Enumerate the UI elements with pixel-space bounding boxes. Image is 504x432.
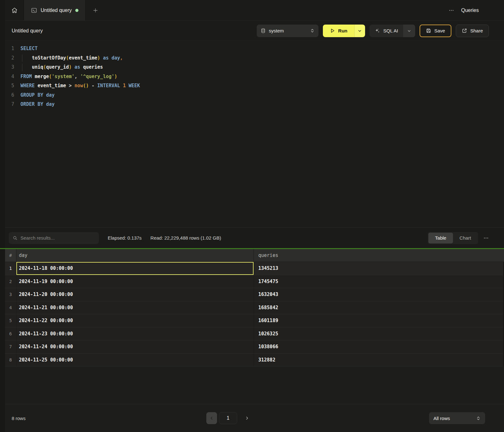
chevron-right-icon: [245, 416, 249, 420]
queries-cell[interactable]: 1026325: [254, 327, 504, 340]
column-header-index[interactable]: #: [5, 249, 16, 262]
sql-console: Untitled query Queries Untitled query: [5, 0, 504, 432]
console-icon: [31, 7, 37, 14]
queries-cell[interactable]: 1038066: [254, 340, 504, 353]
indent-guide: [22, 54, 22, 62]
tab-untitled-query[interactable]: Untitled query: [24, 0, 86, 20]
elapsed-stat: Elapsed: 0.137s: [108, 235, 142, 241]
save-button-label: Save: [434, 28, 445, 33]
search-results-box[interactable]: [9, 232, 99, 244]
run-options-caret[interactable]: [354, 25, 365, 37]
sql-editor[interactable]: 1SELECT2 toStartOfDay(event_time) as day…: [5, 41, 504, 227]
editor-line[interactable]: 2 toStartOfDay(event_time) as day,: [5, 54, 504, 63]
queries-cell[interactable]: 1685842: [254, 301, 504, 314]
day-cell[interactable]: 2024-11-23 00:00:00: [16, 327, 254, 340]
row-number[interactable]: 1: [5, 262, 16, 275]
row-number[interactable]: 7: [5, 340, 16, 353]
code-text: GROUP BY day: [20, 91, 54, 100]
read-stat: Read: 22,229,488 rows (1.02 GB): [151, 235, 221, 241]
editor-line[interactable]: 5WHERE event_time > now() - INTERVAL 1 W…: [5, 81, 504, 91]
day-cell[interactable]: 2024-11-18 00:00:00: [16, 262, 254, 275]
queries-cell[interactable]: 1601189: [254, 314, 504, 327]
query-toolbar: Untitled query system Run: [5, 21, 504, 41]
table-row[interactable]: 72024-11-24 00:00:001038066: [5, 340, 504, 354]
current-page-button[interactable]: 1: [219, 412, 237, 424]
run-button[interactable]: Run: [323, 25, 354, 37]
left-edge-strip: [0, 0, 5, 432]
code-text: uniq(query_id) as queries: [20, 63, 103, 72]
queries-cell[interactable]: 1632043: [254, 288, 504, 301]
code-text: WHERE event_time > now() - INTERVAL 1 WE…: [20, 81, 140, 91]
row-number[interactable]: 3: [5, 288, 16, 301]
line-number: 6: [5, 91, 14, 100]
unsaved-indicator-dot: [75, 9, 78, 12]
share-button-label: Share: [470, 28, 483, 33]
save-button[interactable]: Save: [420, 25, 451, 37]
run-button-label: Run: [338, 28, 347, 33]
table-view-tab[interactable]: Table: [428, 233, 453, 243]
pagination: 1: [206, 404, 252, 432]
table-row[interactable]: 32024-11-20 00:00:001632043: [5, 288, 504, 301]
row-number[interactable]: 5: [5, 314, 16, 327]
chevron-down-icon: [407, 29, 411, 33]
line-number: 3: [5, 63, 14, 72]
row-number[interactable]: 4: [5, 301, 16, 314]
chevron-down-icon: [358, 29, 362, 33]
results-table-header: # day queries: [5, 249, 504, 262]
run-button-group: Run: [323, 25, 365, 37]
editor-line[interactable]: 4FROM merge('system', '^query_log'): [5, 72, 504, 82]
chevron-left-icon: [209, 416, 214, 420]
share-button[interactable]: Share: [456, 25, 489, 37]
day-cell[interactable]: 2024-11-21 00:00:00: [16, 301, 254, 314]
code-text: ORDER BY day: [20, 100, 54, 109]
day-cell[interactable]: 2024-11-20 00:00:00: [16, 288, 254, 301]
column-header-queries[interactable]: queries: [254, 249, 504, 262]
editor-line[interactable]: 1SELECT: [5, 44, 504, 54]
sparkles-icon: [375, 28, 380, 34]
next-page-button[interactable]: [242, 412, 252, 424]
rows-per-page-value: All rows: [433, 416, 450, 421]
new-tab-button[interactable]: [86, 0, 105, 20]
table-row[interactable]: 82024-11-25 00:00:00312882: [5, 354, 504, 367]
sql-ai-button[interactable]: SQL AI: [369, 25, 403, 37]
day-cell[interactable]: 2024-11-22 00:00:00: [16, 314, 254, 327]
table-row[interactable]: 22024-11-19 00:00:001745475: [5, 275, 504, 288]
chart-view-tab[interactable]: Chart: [453, 233, 478, 243]
view-toggle-area: Table Chart: [428, 232, 489, 244]
row-number[interactable]: 2: [5, 275, 16, 288]
editor-line[interactable]: 3 uniq(query_id) as queries: [5, 63, 504, 72]
queries-cell[interactable]: 1345213: [254, 262, 504, 275]
day-cell[interactable]: 2024-11-25 00:00:00: [16, 354, 254, 367]
query-title: Untitled query: [12, 28, 43, 34]
table-row[interactable]: 12024-11-18 00:00:001345213: [5, 262, 504, 275]
table-row[interactable]: 52024-11-22 00:00:001601189: [5, 314, 504, 327]
row-number[interactable]: 6: [5, 327, 16, 340]
plus-icon: [92, 7, 99, 14]
toolbar-actions: system Run: [257, 25, 489, 37]
editor-line[interactable]: 6GROUP BY day: [5, 91, 504, 100]
code-text: FROM merge('system', '^query_log'): [20, 72, 117, 82]
sql-ai-caret[interactable]: [403, 25, 415, 37]
search-results-input[interactable]: [20, 235, 95, 241]
database-select[interactable]: system: [257, 25, 318, 37]
queries-cell[interactable]: 312882: [254, 354, 504, 367]
queries-link[interactable]: Queries: [461, 8, 479, 13]
home-icon: [11, 7, 18, 14]
tab-overflow-ellipsis-icon[interactable]: [449, 8, 454, 13]
column-header-day[interactable]: day: [16, 249, 254, 262]
day-cell[interactable]: 2024-11-19 00:00:00: [16, 275, 254, 288]
row-number[interactable]: 8: [5, 354, 16, 367]
play-icon: [330, 28, 335, 33]
results-options-ellipsis-icon[interactable]: [483, 235, 489, 241]
editor-line[interactable]: 7ORDER BY day: [5, 100, 504, 109]
previous-page-button[interactable]: [206, 412, 217, 424]
code-text: SELECT: [20, 44, 37, 54]
home-button[interactable]: [5, 0, 24, 20]
table-row[interactable]: 62024-11-23 00:00:001026325: [5, 327, 504, 341]
day-cell[interactable]: 2024-11-24 00:00:00: [16, 340, 254, 353]
save-icon: [426, 28, 431, 33]
queries-cell[interactable]: 1745475: [254, 275, 504, 288]
row-count-label: 8 rows: [12, 416, 26, 421]
rows-per-page-select[interactable]: All rows: [429, 412, 485, 424]
table-row[interactable]: 42024-11-21 00:00:001685842: [5, 301, 504, 315]
